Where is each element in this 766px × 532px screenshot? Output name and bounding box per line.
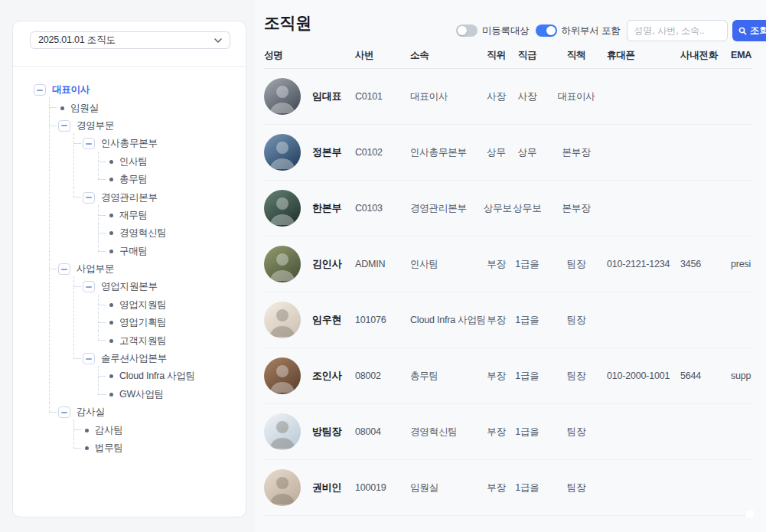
cell-duty: 대표이사 <box>546 90 607 103</box>
collapse-minus-icon[interactable] <box>58 120 70 132</box>
tree-node-branch[interactable]: 사업부문 <box>58 260 243 278</box>
toggle-knob <box>546 26 556 35</box>
person-silhouette-icon <box>264 246 301 282</box>
collapse-minus-icon[interactable] <box>83 281 95 292</box>
cell-dept: Cloud Infra 사업팀 <box>410 314 484 327</box>
cell-pos: 상무보 <box>484 202 509 215</box>
tree-node-leaf[interactable]: 영업기획팀 <box>107 314 243 331</box>
member-search-input[interactable] <box>627 20 728 41</box>
member-name: 김인사 <box>312 257 341 271</box>
cell-duty: 팀장 <box>546 370 607 383</box>
scroll-corner-notch <box>746 511 754 517</box>
tree-node-leaf[interactable]: 고객지원팀 <box>107 331 243 349</box>
tree-node-leaf[interactable]: 총무팀 <box>107 171 243 188</box>
cell-pos: 사장 <box>484 90 509 103</box>
search-button[interactable]: 조회 <box>732 20 766 41</box>
cell-dept: 임원실 <box>410 481 484 494</box>
cell-duty: 팀장 <box>546 258 607 271</box>
org-chart-date-select[interactable]: 2025.01.01 조직도 <box>30 31 230 49</box>
leaf-bullet-icon <box>109 178 113 181</box>
tree-node-leaf[interactable]: 임원실 <box>58 99 243 116</box>
member-cell: 정본부 <box>264 134 355 171</box>
tree-node-leaf[interactable]: 구매팀 <box>107 243 243 260</box>
org-tree: 대표이사임원실경영부문인사총무본부인사팀총무팀경영관리본부재무팀경영혁신팀구매팀… <box>13 67 246 512</box>
column-header: 직책 <box>546 49 607 62</box>
tree-node-branch[interactable]: 영업지원본부 <box>83 278 243 295</box>
tree-node-branch[interactable]: 경영관리본부 <box>83 188 243 206</box>
tree-node-label: 법무팀 <box>95 442 123 455</box>
member-name: 임우현 <box>312 313 341 327</box>
avatar <box>264 190 301 227</box>
tree-node-leaf[interactable]: 감사팀 <box>83 421 243 439</box>
tree-node-branch[interactable]: 솔루션사업본부 <box>83 350 243 367</box>
tree-node-leaf[interactable]: 법무팀 <box>83 439 243 457</box>
tree-node-branch[interactable]: 감사실 <box>58 403 243 421</box>
tree-node-leaf[interactable]: GW사업팀 <box>107 386 243 403</box>
toggle-unregistered[interactable] <box>456 24 478 37</box>
org-chart-date-value: 2025.01.01 조직도 <box>38 34 116 47</box>
tree-node-branch[interactable]: 경영부문 <box>58 117 243 135</box>
cell-empno: ADMIN <box>355 259 410 269</box>
table-row[interactable]: 임대표C0101대표이사사장사장대표이사 <box>264 69 752 125</box>
cell-duty: 본부장 <box>546 202 607 215</box>
cell-duty: 팀장 <box>546 481 607 494</box>
tree-node-label: 고객지원팀 <box>119 335 167 348</box>
tree-node-leaf[interactable]: 재무팀 <box>107 207 243 224</box>
table-row[interactable]: 정본부C0102인사총무본부상무상무본부장 <box>264 125 752 181</box>
column-header: 휴대폰 <box>607 49 680 62</box>
avatar <box>264 469 301 506</box>
leaf-bullet-icon <box>109 160 113 164</box>
cell-tel: 5644 <box>680 370 731 381</box>
tree-node-leaf[interactable]: 경영혁신팀 <box>107 224 243 242</box>
avatar <box>264 134 301 171</box>
avatar <box>264 302 301 338</box>
members-section: 조직원 미등록대상 하위부서 포함 조회 성명사번소속직위직급직책휴대폰사내전화… <box>255 0 766 532</box>
collapse-minus-icon[interactable] <box>83 353 95 364</box>
tree-node-label: 영업기획팀 <box>119 316 167 329</box>
cell-pos: 부장 <box>484 481 509 494</box>
tree-node-label: 인사총무본부 <box>101 137 158 150</box>
cell-empno: C0101 <box>355 91 410 102</box>
chevron-down-icon <box>214 38 222 43</box>
person-silhouette-icon <box>264 469 301 506</box>
person-silhouette-icon <box>264 357 301 394</box>
org-chart-panel: 2025.01.01 조직도 대표이사임원실경영부문인사총무본부인사팀총무팀경영… <box>12 21 246 517</box>
leaf-bullet-icon <box>109 214 113 217</box>
cell-duty: 본부장 <box>546 146 607 159</box>
tree-node-leaf[interactable]: 영업지원팀 <box>107 296 243 314</box>
member-name: 한본부 <box>312 201 341 215</box>
person-silhouette-icon <box>264 78 301 115</box>
avatar <box>264 78 301 115</box>
table-row[interactable]: 김인사ADMIN인사팀부장1급을팀장010-2121-12343456presi <box>264 237 752 292</box>
collapse-minus-icon[interactable] <box>83 192 95 204</box>
member-cell: 김인사 <box>264 246 355 282</box>
collapse-minus-icon[interactable] <box>34 84 46 96</box>
table-row[interactable]: 권비인100019임원실부장1급을팀장 <box>264 460 752 516</box>
tree-node-label: 재무팀 <box>119 209 148 222</box>
collapse-minus-icon[interactable] <box>58 406 70 418</box>
tree-node-branch[interactable]: 대표이사 <box>34 81 243 99</box>
toggle-include-subdept[interactable] <box>536 24 557 37</box>
cell-empno: 08004 <box>355 426 410 437</box>
collapse-minus-icon[interactable] <box>58 263 70 275</box>
tree-node-leaf[interactable]: Cloud Infra 사업팀 <box>107 367 243 385</box>
tree-node-label: 인사팀 <box>119 155 148 168</box>
member-cell: 임대표 <box>264 78 355 115</box>
member-cell: 한본부 <box>264 190 355 227</box>
person-silhouette-icon <box>264 302 301 338</box>
leaf-bullet-icon <box>109 250 113 253</box>
member-name: 방팀장 <box>312 425 341 439</box>
cell-tel: 3456 <box>680 259 731 269</box>
table-row[interactable]: 방팀장08004경영혁신팀부장1급을팀장 <box>264 404 752 460</box>
person-silhouette-icon <box>264 134 301 171</box>
person-silhouette-icon <box>264 413 301 450</box>
table-row[interactable]: 한본부C0103경영관리본부상무보상무보본부장 <box>264 181 752 237</box>
collapse-minus-icon[interactable] <box>83 138 95 149</box>
tree-node-branch[interactable]: 인사총무본부 <box>83 135 243 152</box>
member-name: 임대표 <box>312 90 341 103</box>
table-row[interactable]: 조인사08002총무팀부장1급을팀장010-2000-10015644supp <box>264 348 752 404</box>
tree-node-leaf[interactable]: 인사팀 <box>107 153 243 171</box>
table-row[interactable]: 임우현101076Cloud Infra 사업팀부장1급을팀장 <box>264 292 752 348</box>
cell-dept: 경영혁신팀 <box>410 426 484 439</box>
member-name: 조인사 <box>312 369 341 383</box>
